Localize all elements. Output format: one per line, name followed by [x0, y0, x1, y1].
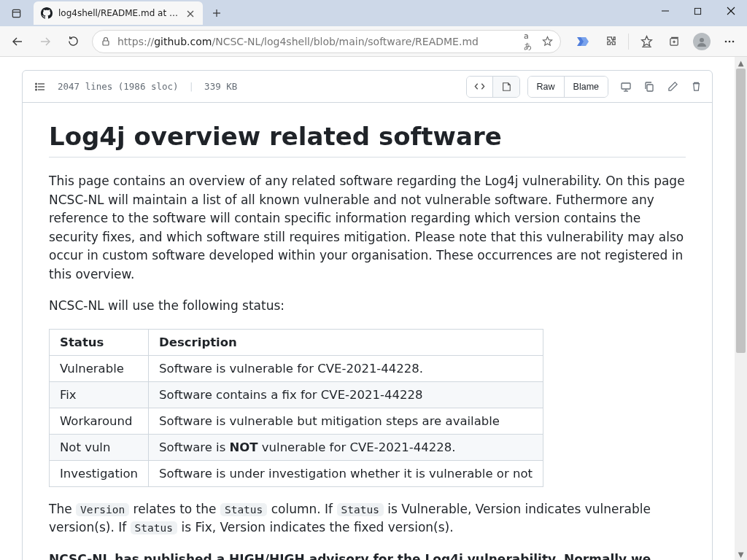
file-lines-count: 2047 lines (1986 sloc)	[58, 81, 179, 92]
favorites-bar-icon[interactable]	[633, 29, 659, 54]
github-favicon-icon	[41, 7, 53, 19]
advisory-paragraph: NCSC-NL has published a HIGH/HIGH adviso…	[49, 551, 686, 561]
site-security-icon[interactable]	[100, 36, 112, 47]
outline-icon[interactable]	[33, 79, 47, 94]
svg-point-22	[732, 40, 735, 42]
svg-point-21	[729, 40, 731, 42]
svg-rect-0	[12, 9, 20, 17]
profile-button[interactable]	[689, 29, 715, 54]
collections-icon[interactable]	[661, 29, 687, 54]
table-row: Investigation Software is under investig…	[50, 460, 543, 486]
readme-content: Log4j overview related software This pag…	[23, 103, 712, 560]
th-description: Description	[149, 329, 543, 355]
edit-pencil-icon[interactable]	[667, 81, 678, 93]
scroll-down-icon[interactable]: ▼	[735, 548, 747, 560]
blame-button[interactable]: Blame	[565, 77, 608, 97]
svg-marker-13	[543, 36, 551, 45]
readme-heading: Log4j overview related software	[49, 122, 686, 158]
tab-title: log4shell/README.md at main ·	[58, 8, 179, 18]
svg-marker-14	[641, 36, 651, 46]
page-scrollbar[interactable]: ▲ ▼	[735, 57, 747, 560]
th-status: Status	[50, 329, 149, 355]
delete-trash-icon[interactable]	[690, 81, 702, 93]
table-row: Not vuln Software is NOT vulnerable for …	[50, 434, 543, 460]
source-view-button[interactable]	[467, 77, 493, 97]
table-row: Workaround Software is vulnerable but mi…	[50, 408, 543, 434]
table-row: Vulnerable Software is vulnerable for CV…	[50, 355, 543, 381]
scrollbar-thumb[interactable]	[736, 69, 746, 353]
svg-rect-12	[103, 41, 109, 45]
svg-point-28	[36, 89, 37, 90]
tab-actions-button[interactable]	[3, 1, 29, 25]
reading-mode-icon[interactable]: aあ	[524, 36, 535, 47]
forward-button[interactable]	[32, 29, 58, 54]
more-menu-button[interactable]	[716, 29, 743, 54]
svg-rect-32	[647, 85, 653, 91]
github-file-box: 2047 lines (1986 sloc) | 339 KB Raw Blam…	[22, 70, 713, 560]
favorites-star-icon[interactable]	[541, 36, 553, 47]
svg-rect-29	[622, 83, 630, 89]
readme-intro: This page contains an overview of any re…	[49, 172, 686, 284]
new-tab-button[interactable]	[206, 2, 228, 24]
svg-point-27	[36, 86, 37, 88]
svg-point-26	[36, 83, 37, 85]
address-bar[interactable]: https://github.com/NCSC-NL/log4shell/blo…	[92, 30, 561, 53]
window-titlebar: log4shell/README.md at main ·	[0, 0, 747, 26]
scroll-up-icon[interactable]: ▲	[735, 57, 747, 69]
view-mode-toggle	[466, 76, 520, 98]
extensions-icon[interactable]	[597, 29, 624, 54]
svg-point-19	[700, 38, 704, 42]
file-size: 339 KB	[204, 81, 237, 92]
page-content: 2047 lines (1986 sloc) | 339 KB Raw Blam…	[0, 57, 735, 560]
rendered-view-button[interactable]	[493, 77, 519, 97]
address-text: https://github.com/NCSC-NL/log4shell/blo…	[117, 36, 518, 47]
svg-rect-7	[694, 8, 700, 14]
window-maximize-button[interactable]	[681, 0, 714, 22]
table-row: Fix Software contains a fix for CVE-2021…	[50, 381, 543, 408]
window-close-button[interactable]	[714, 0, 747, 22]
refresh-button[interactable]	[60, 29, 86, 54]
browser-tab-active[interactable]: log4shell/README.md at main ·	[34, 1, 203, 25]
copy-icon[interactable]	[643, 81, 655, 93]
status-table: Status Description Vulnerable Software i…	[49, 329, 543, 487]
open-desktop-icon[interactable]	[620, 81, 632, 93]
back-button[interactable]	[4, 29, 31, 54]
raw-button[interactable]: Raw	[528, 77, 565, 97]
raw-blame-group: Raw Blame	[527, 76, 608, 98]
meta-separator: |	[189, 81, 195, 92]
window-minimize-button[interactable]	[649, 0, 681, 22]
svg-point-20	[725, 40, 727, 42]
toolbar-separator	[628, 34, 629, 50]
power-automate-icon[interactable]	[570, 29, 596, 54]
tab-close-icon[interactable]	[185, 8, 196, 18]
github-file-header: 2047 lines (1986 sloc) | 339 KB Raw Blam…	[23, 71, 712, 103]
browser-toolbar: https://github.com/NCSC-NL/log4shell/blo…	[0, 26, 747, 57]
version-paragraph: The Version relates to the Status column…	[49, 500, 686, 537]
readme-status-line: NCSC-NL will use the following status:	[49, 297, 686, 316]
